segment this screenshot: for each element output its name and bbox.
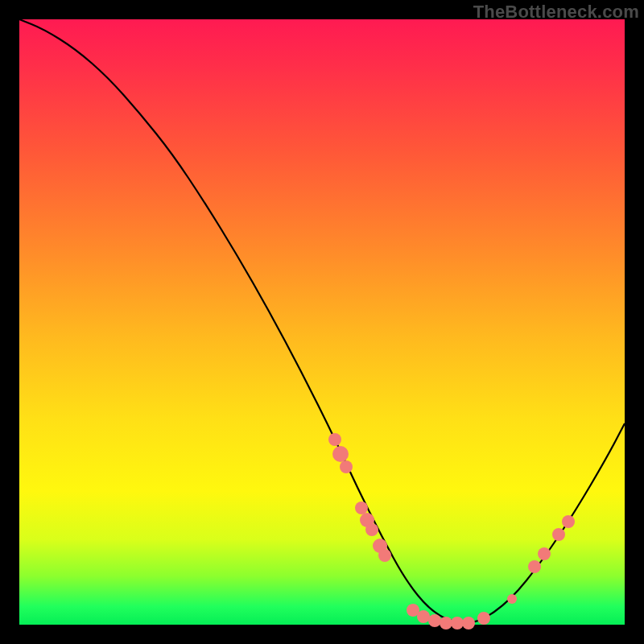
chart-frame [19, 19, 625, 625]
data-marker [428, 614, 441, 627]
data-marker [477, 612, 490, 625]
data-marker [538, 547, 551, 560]
data-marker [378, 549, 391, 562]
data-marker [552, 528, 565, 541]
data-marker [440, 617, 452, 630]
data-marker [562, 515, 575, 528]
data-marker [328, 433, 341, 446]
data-marker [355, 502, 368, 514]
data-marker [365, 523, 378, 536]
data-marker [340, 460, 353, 473]
data-marker [332, 446, 349, 462]
chart-svg [19, 19, 625, 625]
data-marker [528, 560, 541, 573]
data-marker [417, 610, 430, 623]
data-marker [451, 617, 464, 630]
data-marker [507, 594, 517, 604]
bottleneck-curve-group [19, 19, 625, 623]
data-markers-group [328, 433, 575, 630]
data-marker [462, 617, 475, 630]
bottleneck-curve-path [19, 19, 625, 623]
